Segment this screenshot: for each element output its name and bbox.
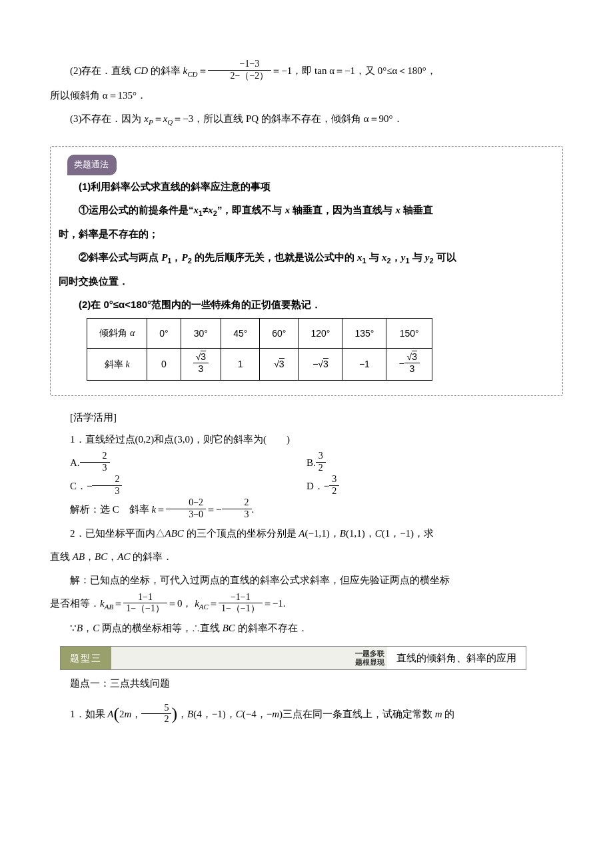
type-banner: 题型三 一题多联题根显现 直线的倾斜角、斜率的应用 <box>60 646 526 670</box>
type-mid: 一题多联题根显现 <box>111 647 387 669</box>
method-item-1: ①运用公式的前提条件是“x1≠x2”，即直线不与 x 轴垂直，因为当直线与 x … <box>59 199 554 221</box>
solution-2b: 是否相等．kAB＝1−11−（−1）＝0， kAC＝−1−11−（−1）＝−1. <box>50 593 563 616</box>
method-pill: 类题通法 <box>67 155 117 175</box>
solution-1: 解析：选 C 斜率 k＝0−23−0＝−23. <box>50 499 563 522</box>
th-label: 倾斜角 α <box>87 319 147 349</box>
angle-table: 倾斜角 α 0° 30° 45° 60° 120° 135° 150° 斜率 k… <box>87 318 432 380</box>
method-item-1b: 时，斜率是不存在的； <box>59 223 554 245</box>
solution-2c: ∵B，C 两点的横坐标相等，∴直线 BC 的斜率不存在． <box>50 617 563 639</box>
options-row-2: C．−23 D．−32 <box>50 475 563 499</box>
type-title: 直线的倾斜角、斜率的应用 <box>387 647 526 669</box>
type-label: 题型三 <box>61 647 111 669</box>
method-item-2: ②斜率公式与两点 P1，P2 的先后顺序无关，也就是说公式中的 x1 与 x2，… <box>59 246 554 269</box>
question-1: 1．直线经过点(0,2)和点(3,0)，则它的斜率为( ) <box>50 429 563 451</box>
question-2-line2: 直线 AB，BC，AC 的斜率． <box>50 546 563 568</box>
option-b: B.32 <box>306 452 563 475</box>
solution-part-2-line2: 所以倾斜角 α＝135°． <box>50 85 563 107</box>
table-row: 倾斜角 α 0° 30° 45° 60° 120° 135° 150° <box>87 319 432 349</box>
solution-2a: 解：已知点的坐标，可代入过两点的直线的斜率公式求斜率，但应先验证两点的横坐标 <box>50 569 563 591</box>
method-heading-2: (2)在 0°≤α<180°范围内的一些特殊角的正切值要熟记． <box>59 293 554 315</box>
solution-part-2: (2)存在．直线 CD 的斜率 kCD＝−1−32−（−2）＝−1，即 tan … <box>50 60 563 83</box>
question-2: 2．已知坐标平面内△ABC 的三个顶点的坐标分别是 A(−1,1)，B(1,1)… <box>50 523 563 545</box>
fraction: −1−32−（−2） <box>208 59 272 82</box>
var-cd: CD <box>134 65 148 76</box>
method-item-2b: 同时交换位置． <box>59 270 554 292</box>
table-row: 斜率 k 0 √33 1 √3 −√3 −1 −√33 <box>87 349 432 381</box>
options-row-1: A.23 B.32 <box>50 452 563 475</box>
method-heading-1: (1)利用斜率公式求直线的斜率应注意的事项 <box>59 175 554 197</box>
option-d: D．−32 <box>306 475 563 499</box>
topic-1: 题点一：三点共线问题 <box>50 673 563 695</box>
option-a: A.23 <box>50 452 306 475</box>
tr-label: 斜率 k <box>87 349 147 381</box>
option-c: C．−23 <box>50 475 306 499</box>
solution-part-3: (3)不存在．因为 xP＝xQ＝−3，所以直线 PQ 的斜率不存在，倾斜角 α＝… <box>50 108 563 130</box>
practice-heading: [活学活用] <box>50 407 563 429</box>
method-box: 类题通法 (1)利用斜率公式求直线的斜率应注意的事项 ①运用公式的前提条件是“x… <box>50 146 563 396</box>
question-3: 1．如果 A(2m，52)，B(4，−1)，C(−4，−m)三点在同一条直线上，… <box>50 696 563 734</box>
